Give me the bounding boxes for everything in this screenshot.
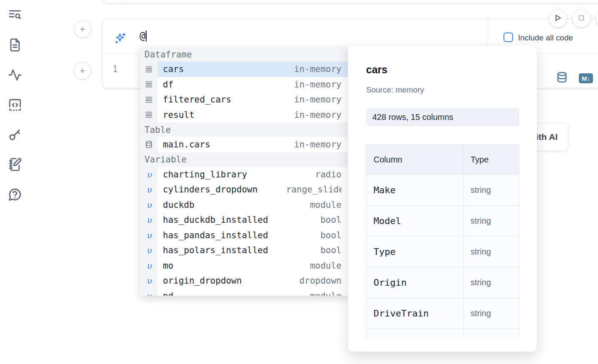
secrets-button[interactable] — [7, 128, 22, 143]
snippets-button[interactable] — [7, 98, 22, 113]
scratchpad-button[interactable] — [7, 158, 22, 173]
gutter-divider — [125, 0, 125, 3]
item-name: has_pandas_installed — [163, 230, 268, 240]
line-number: 1 — [112, 64, 118, 74]
item-name: cars — [163, 64, 184, 74]
play-icon — [554, 14, 562, 23]
autocomplete-item-has-pandas-installed[interactable]: υ has_pandas_installed bool — [140, 228, 348, 243]
table-row: Make string — [366, 175, 519, 206]
variable-icon: υ — [140, 212, 157, 228]
autocomplete-item-cars[interactable]: cars in-memory — [140, 62, 348, 77]
autocomplete-item-mo[interactable]: υ mo module — [140, 258, 348, 274]
activity-button[interactable] — [7, 68, 22, 83]
run-cell-button[interactable] — [549, 9, 567, 27]
item-type: module — [310, 291, 341, 296]
item-type: range_slider — [286, 184, 341, 194]
code-snippet-icon — [8, 98, 22, 114]
item-type: in-memory — [294, 95, 341, 105]
variable-icon: υ — [140, 228, 157, 243]
item-type: in-memory — [294, 110, 341, 120]
stop-button[interactable] — [572, 9, 591, 27]
prompt-value: @ — [140, 30, 145, 42]
help-circle-icon — [8, 187, 22, 203]
column-cell: Make — [366, 175, 463, 206]
variable-icon: υ — [140, 243, 157, 258]
file-text-icon — [8, 38, 22, 54]
autocomplete-item-charting-library[interactable]: υ charting_library radio — [140, 167, 348, 182]
variable-icon: υ — [140, 167, 157, 182]
table-row-clipped — [366, 329, 519, 339]
type-cell: string — [463, 298, 519, 329]
help-button[interactable] — [7, 188, 22, 203]
text-cursor — [146, 30, 147, 42]
autocomplete-item-result[interactable]: result in-memory — [140, 107, 348, 123]
autocomplete-item-has-polars-installed[interactable]: υ has_polars_installed bool — [140, 243, 348, 258]
include-all-code-checkbox[interactable] — [503, 32, 513, 42]
table-header-row: Column Type — [366, 145, 519, 175]
database-icon — [556, 78, 568, 85]
autocomplete-item-origin-dropdown[interactable]: υ origin_dropdown dropdown — [140, 273, 348, 289]
previous-cell-fragment — [103, 0, 598, 3]
dataframe-rows-icon — [140, 62, 157, 77]
convert-to-markdown-button[interactable]: M↓ — [579, 73, 593, 83]
column-cell: Model — [366, 206, 463, 237]
autocomplete-item-main-cars[interactable]: main.cars in-memory — [140, 137, 348, 152]
dataframe-rows-icon — [140, 92, 157, 107]
item-type: bool — [320, 215, 341, 225]
item-type: in-memory — [294, 80, 341, 90]
table-row: DriveTrain string — [366, 298, 519, 329]
item-name: has_duckdb_installed — [163, 215, 268, 225]
item-type: bool — [320, 230, 341, 240]
preview-title: cars — [366, 64, 387, 76]
type-header: Type — [463, 145, 519, 175]
toc-search-button[interactable] — [7, 8, 22, 23]
item-type: bool — [320, 245, 341, 255]
autocomplete-item-duckdb[interactable]: υ duckdb module — [140, 197, 348, 213]
item-name: origin_dropdown — [163, 276, 242, 286]
schema-table: Column Type Make string Model string Typ… — [366, 145, 519, 339]
autocomplete-item-has-duckdb-installed[interactable]: υ has_duckdb_installed bool — [140, 212, 348, 228]
text-search-icon — [8, 8, 22, 24]
column-cell — [366, 329, 463, 339]
autocomplete-item-cylinders-dropdown[interactable]: υ cylinders_dropdown range_slider — [140, 182, 348, 197]
add-cell-above-button[interactable]: + — [74, 20, 91, 38]
item-name: cylinders_dropdown — [163, 184, 258, 194]
type-cell — [463, 329, 519, 339]
variable-icon: υ — [140, 273, 157, 289]
add-cell-below-button[interactable]: + — [74, 62, 91, 80]
table-row: Origin string — [366, 267, 519, 298]
ai-prompt-input[interactable]: @ — [140, 30, 147, 42]
autocomplete-item-filtered-cars[interactable]: filtered_cars in-memory — [140, 92, 348, 107]
schema-table-container[interactable]: Column Type Make string Model string Typ… — [366, 145, 520, 339]
item-type: module — [310, 200, 341, 210]
add-data-button[interactable] — [556, 71, 568, 85]
left-sidebar — [0, 0, 29, 364]
section-header-variable: Variable — [140, 152, 348, 167]
notebook-pen-icon — [8, 157, 22, 173]
autocomplete-item-pd[interactable]: υ pd module — [140, 289, 348, 296]
shape-badge: 428 rows, 15 columns — [366, 108, 519, 126]
autocomplete-item-df[interactable]: df in-memory — [140, 77, 348, 92]
variable-icon: υ — [140, 197, 157, 213]
item-type: in-memory — [294, 140, 341, 150]
autocomplete-dropdown: Dataframe cars in-memory df in-memory fi… — [140, 47, 348, 296]
item-name: main.cars — [163, 140, 210, 150]
dataframe-rows-icon — [140, 77, 157, 92]
item-type: in-memory — [294, 64, 341, 74]
variable-icon: υ — [140, 182, 157, 197]
section-header-dataframe: Dataframe — [140, 47, 348, 62]
files-button[interactable] — [7, 38, 22, 53]
sparkles-icon — [113, 32, 127, 47]
variable-icon: υ — [140, 258, 157, 274]
key-icon — [8, 127, 22, 143]
item-name: mo — [163, 261, 173, 271]
column-header: Column — [366, 145, 463, 175]
preview-source: Source: memory — [366, 85, 424, 95]
item-name: df — [163, 80, 173, 90]
stop-square-icon — [578, 14, 585, 23]
item-type: radio — [315, 170, 341, 180]
dataframe-preview-panel: cars Source: memory 428 rows, 15 columns… — [348, 45, 537, 352]
column-cell: DriveTrain — [366, 298, 463, 329]
variable-icon: υ — [140, 289, 157, 296]
item-name: pd — [163, 291, 173, 296]
